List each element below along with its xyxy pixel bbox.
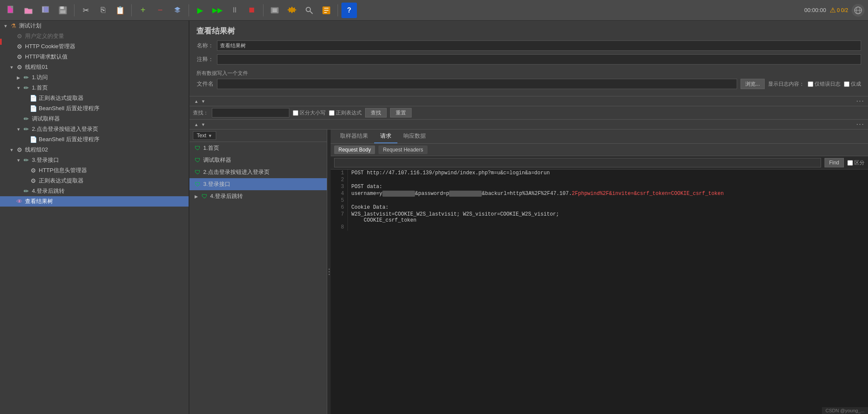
code-line-4: 4 username=y█████&password=p█████&backur… (331, 190, 868, 197)
tab-request[interactable]: 请求 (374, 130, 397, 143)
help-button[interactable]: ? (341, 3, 357, 18)
line-num-2: 2 (331, 176, 348, 183)
format-dropdown[interactable]: Text ▼ (193, 131, 216, 140)
results-tree: Text ▼ 🛡 1.首页 🛡 调试取样器 🛡 2.点击登录按钮进入登录页 (189, 130, 327, 414)
only-errors-label: 仅错误日志 (808, 80, 840, 88)
tree-item-after-login[interactable]: ✏ 4.登录后跳转 (0, 186, 189, 196)
result-item-after-login[interactable]: ▶ 🛡 4.登录后跳转 (189, 190, 327, 202)
stop-button[interactable]: ⏹ (244, 3, 260, 18)
copy-button[interactable]: ⎘ (95, 3, 111, 18)
code-line-2: 2 (331, 176, 868, 183)
vertical-divider[interactable] (327, 130, 331, 414)
name-input[interactable] (217, 40, 861, 51)
more-options-1[interactable]: ··· (856, 97, 865, 105)
expand-arrow-icon[interactable]: ▶ (195, 194, 198, 199)
start-button[interactable]: ▶ (192, 3, 208, 18)
scroll-down-1[interactable]: ▼ (200, 98, 207, 105)
toggle-login-click[interactable]: ▼ (16, 126, 22, 132)
tree-label-regex-1: 正则表达式提取器 (39, 94, 84, 102)
open-recent-button[interactable] (38, 3, 53, 18)
find-button[interactable]: 查找 (365, 108, 387, 117)
result-label-homepage: 1.首页 (203, 144, 219, 152)
tree-item-beanshell-2[interactable]: 📄 BeanShell 后置处理程序 (0, 134, 189, 145)
tree-item-login-click[interactable]: ▼ ✏ 2.点击登录按钮进入登录页 (0, 124, 189, 134)
code-search-input[interactable] (334, 158, 821, 167)
scroll-up-2[interactable]: ▲ (193, 121, 200, 128)
tree-item-regex-2[interactable]: ⚙ 正则表达式提取器 (0, 176, 189, 186)
case-sensitive-checkbox[interactable] (293, 110, 298, 116)
tab-response-data[interactable]: 响应数据 (397, 130, 432, 143)
only-success-checkbox[interactable] (844, 81, 849, 87)
new-file-button[interactable] (3, 3, 19, 18)
sub-tab-request-headers[interactable]: Request Headers (378, 145, 427, 154)
tree-label-visit: 1.访问 (32, 74, 48, 81)
config-button[interactable] (284, 3, 300, 18)
tree-item-thread-group-02[interactable]: ▼ ⚙ 线程组02 (0, 145, 189, 155)
result-item-login-click[interactable]: 🛡 2.点击登录按钮进入登录页 (189, 166, 327, 178)
tree-label-beanshell-2: BeanShell 后置处理程序 (39, 136, 99, 143)
function-button[interactable] (319, 3, 334, 18)
tree-item-view-results[interactable]: 👁 查看结果树 (0, 196, 189, 207)
cut-button[interactable]: ✂ (78, 3, 93, 18)
toggle-homepage[interactable]: ▼ (16, 85, 22, 91)
comment-input[interactable] (217, 54, 861, 65)
pencil-icon-4: ✏ (22, 125, 30, 133)
tree-item-homepage[interactable]: ▼ ✏ 1.首页 (0, 83, 189, 93)
remove-button[interactable]: − (152, 3, 168, 18)
search-all-button[interactable] (301, 3, 317, 18)
tree-item-http-cookie[interactable]: ⚙ HTTP Cookie管理器 (0, 41, 189, 52)
clear-results-button[interactable] (267, 3, 282, 18)
more-options-2[interactable]: ··· (856, 120, 865, 128)
toggle-visit[interactable]: ▶ (16, 74, 22, 80)
tab-sampler-result[interactable]: 取样器结果 (334, 130, 374, 143)
paste-button[interactable]: 📋 (112, 3, 128, 18)
add-button[interactable]: + (135, 3, 151, 18)
tree-item-debug-sampler[interactable]: ✏ 调试取样器 (0, 114, 189, 124)
result-item-homepage[interactable]: 🛡 1.首页 (189, 142, 327, 154)
code-area: Find 区分 1 POST http://47.107.116.139/php… (331, 156, 868, 414)
open-folder-button[interactable] (21, 3, 36, 18)
toggle-test-plan[interactable]: ▼ (3, 23, 9, 29)
toggle-thread-group-01[interactable]: ▼ (9, 64, 15, 70)
tree-item-login-api[interactable]: ▼ ✏ 3.登录接口 (0, 155, 189, 165)
line-num-6: 6 (331, 204, 348, 211)
scroll-down-2[interactable]: ▼ (200, 121, 207, 128)
reset-button[interactable]: 重置 (390, 108, 412, 117)
start-no-pause-button[interactable]: ▶▶ (210, 3, 225, 18)
line-num-7: 7 (331, 211, 348, 224)
svg-point-13 (306, 7, 310, 12)
scroll-up-1[interactable]: ▲ (193, 98, 200, 105)
toggle-button[interactable] (170, 3, 185, 18)
pause-button[interactable]: ⏸ (227, 3, 242, 18)
tree-label-http-cookie: HTTP Cookie管理器 (25, 43, 75, 50)
main-layout: ▼ ⚗ 测试计划 ⚙ 用户定义的变量 ⚙ HTTP Cookie管理器 ⚙ HT… (0, 21, 868, 414)
line-content-5 (348, 197, 868, 204)
code-case-checkbox[interactable] (847, 160, 853, 166)
tree-item-regex-1[interactable]: 📄 正则表达式提取器 (0, 93, 189, 103)
toggle-thread-group-02[interactable]: ▼ (9, 147, 15, 153)
toggle-login-api[interactable]: ▼ (16, 157, 22, 163)
only-errors-checkbox[interactable] (808, 81, 813, 87)
result-label-login-click: 2.点击登录按钮进入登录页 (203, 168, 270, 176)
result-label-after-login: 4.登录后跳转 (210, 192, 243, 200)
regex-checkbox[interactable] (329, 110, 335, 116)
search-input[interactable] (212, 108, 289, 117)
tree-item-test-plan[interactable]: ▼ ⚗ 测试计划 (0, 21, 189, 31)
tree-item-visit[interactable]: ▶ ✏ 1.访问 (0, 72, 189, 83)
result-item-login-api[interactable]: 🛡 3.登录接口 (189, 178, 327, 190)
filename-input[interactable] (217, 79, 737, 89)
code-search-row: Find 区分 (331, 156, 868, 170)
tree-item-http-header-mgr[interactable]: ⚙ HTTP信息头管理器 (0, 165, 189, 176)
tree-item-user-vars[interactable]: ⚙ 用户定义的变量 (0, 31, 189, 41)
global-settings-button[interactable] (852, 4, 865, 17)
tree-item-http-defaults[interactable]: ⚙ HTTP请求默认值 (0, 52, 189, 62)
tree-item-thread-group-01[interactable]: ▼ ⚙ 线程组01 (0, 62, 189, 72)
result-item-debug[interactable]: 🛡 调试取样器 (189, 154, 327, 166)
code-find-button[interactable]: Find (825, 158, 844, 167)
save-button[interactable] (55, 3, 71, 18)
filename-label: 文件名 (196, 80, 214, 88)
svg-marker-12 (287, 6, 297, 13)
browse-button[interactable]: 浏览... (741, 79, 765, 89)
tree-item-beanshell-1[interactable]: 📄 BeanShell 后置处理程序 (0, 103, 189, 114)
sub-tab-request-body[interactable]: Request Body (334, 145, 375, 154)
